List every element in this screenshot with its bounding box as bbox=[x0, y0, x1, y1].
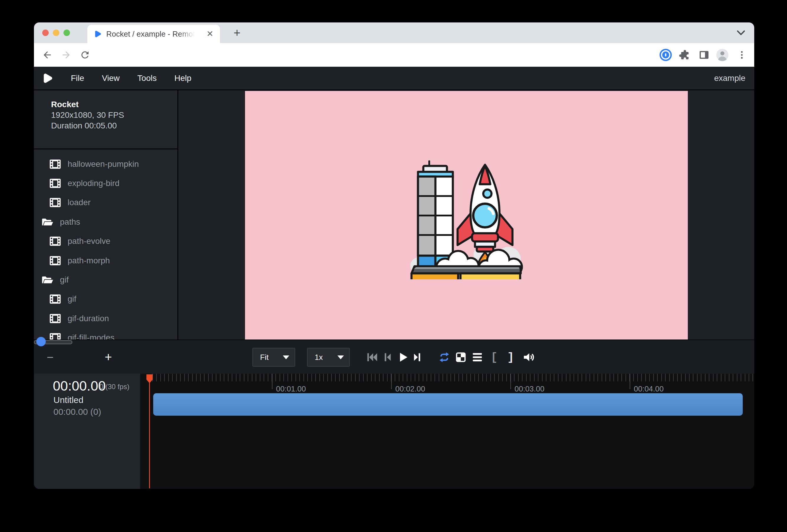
loop-button[interactable] bbox=[437, 351, 451, 364]
browser-toolbar: http://localhost:3001/Rocket bbox=[34, 43, 754, 67]
tab-title: Rocket / example - Remotion P bbox=[106, 29, 195, 39]
composition-label: gif-duration bbox=[68, 314, 109, 323]
new-tab-button[interactable]: + bbox=[231, 26, 243, 40]
track-time: 00:00.00 (0) bbox=[54, 407, 101, 417]
speed-select-value: 1x bbox=[315, 353, 323, 362]
overflow-menu-icon[interactable] bbox=[735, 48, 749, 62]
menu-item[interactable]: Help bbox=[168, 73, 198, 83]
ruler-major-tick bbox=[272, 374, 273, 389]
film-icon bbox=[49, 294, 61, 304]
size-select[interactable]: Fit bbox=[252, 348, 295, 367]
folder-open-icon bbox=[42, 217, 54, 227]
film-icon bbox=[49, 159, 61, 169]
playhead-handle[interactable] bbox=[146, 374, 153, 383]
menu-item[interactable]: File bbox=[65, 73, 90, 83]
tab-search-chevron-icon[interactable] bbox=[736, 29, 746, 37]
composition-list-item[interactable]: gif bbox=[34, 270, 177, 289]
timeline-rows-button[interactable] bbox=[471, 351, 484, 363]
timeline: 00:00.00 0 (30 fps) Untitled 00:00.00 (0… bbox=[34, 374, 754, 489]
transparency-checkerboard-button[interactable] bbox=[454, 351, 467, 363]
profile-avatar[interactable] bbox=[715, 48, 729, 62]
zoom-slider-thumb[interactable] bbox=[36, 337, 46, 346]
size-select-value: Fit bbox=[260, 353, 269, 362]
composition-label: paths bbox=[60, 217, 80, 227]
composition-list-item[interactable]: paths bbox=[34, 212, 177, 231]
current-time-display: 00:00.00 bbox=[53, 378, 106, 394]
composition-list: halloween-pumpkin bbox=[34, 154, 177, 340]
reload-icon[interactable] bbox=[79, 48, 91, 61]
track-name: Untitled bbox=[54, 395, 84, 405]
ruler-major-tick bbox=[630, 374, 630, 389]
composition-list-item[interactable]: gif bbox=[34, 290, 177, 309]
timeline-sequence-bar[interactable] bbox=[153, 393, 743, 416]
composition-list-item[interactable]: path-evolve bbox=[34, 232, 177, 251]
ruler-major-tick bbox=[391, 374, 392, 389]
playback-speed-select[interactable]: 1x bbox=[307, 348, 350, 367]
preview-panel bbox=[179, 90, 754, 340]
compositions-sidebar: Rocket 1920x1080, 30 FPS Duration 00:05.… bbox=[34, 90, 178, 340]
browser-tab[interactable]: Rocket / example - Remotion P ✕ bbox=[87, 25, 220, 43]
composition-label: exploding-bird bbox=[68, 178, 120, 188]
composition-label: path-evolve bbox=[68, 236, 110, 246]
rocket-illustration bbox=[410, 158, 524, 279]
film-icon bbox=[49, 236, 61, 246]
playhead-line[interactable] bbox=[149, 374, 150, 488]
remotion-logo-icon[interactable] bbox=[42, 73, 53, 84]
extensions-puzzle-icon[interactable] bbox=[678, 48, 692, 62]
composition-list-item[interactable]: exploding-bird bbox=[34, 174, 177, 193]
back-icon[interactable] bbox=[41, 48, 54, 61]
composition-label: loader bbox=[68, 198, 91, 207]
remotion-favicon-icon bbox=[94, 30, 102, 38]
ruler-label: 00:02.00 bbox=[395, 384, 425, 393]
composition-label: gif bbox=[60, 275, 69, 284]
composition-resolution: 1920x1080, 30 FPS bbox=[51, 110, 124, 121]
side-panel-icon[interactable] bbox=[697, 48, 711, 62]
ruler-label: 00:03.00 bbox=[514, 384, 544, 393]
composition-list-item[interactable]: halloween-pumpkin bbox=[34, 154, 177, 174]
forward-icon[interactable] bbox=[60, 48, 72, 61]
composition-label: halloween-pumpkin bbox=[68, 159, 139, 169]
zoom-out-button[interactable]: − bbox=[43, 351, 58, 364]
composition-canvas[interactable] bbox=[245, 91, 688, 340]
composition-list-item[interactable]: gif-fill-modes bbox=[34, 328, 177, 340]
chevron-down-icon bbox=[337, 356, 344, 359]
menu-item[interactable]: Tools bbox=[131, 73, 163, 83]
volume-button[interactable] bbox=[522, 351, 537, 364]
main-area: Rocket 1920x1080, 30 FPS Duration 00:05.… bbox=[34, 90, 754, 340]
ruler-label: 00:04.00 bbox=[634, 384, 664, 393]
composition-label: gif bbox=[68, 294, 77, 304]
film-icon bbox=[49, 333, 61, 340]
next-frame-button[interactable] bbox=[411, 351, 423, 363]
composition-name: Rocket bbox=[51, 99, 124, 110]
composition-duration: Duration 00:05.00 bbox=[51, 121, 124, 131]
composition-list-item[interactable]: path-morph bbox=[34, 251, 177, 270]
film-icon bbox=[49, 256, 61, 266]
composition-list-item[interactable]: gif-duration bbox=[34, 309, 177, 328]
zoom-slider[interactable] bbox=[34, 340, 72, 344]
film-icon bbox=[49, 197, 61, 208]
folder-open-icon bbox=[42, 275, 54, 285]
play-button[interactable] bbox=[397, 351, 409, 364]
app-menu-bar: File View Tools Help example bbox=[34, 67, 754, 90]
in-marker-button[interactable]: [ bbox=[488, 350, 501, 364]
zoom-in-button[interactable]: + bbox=[101, 351, 116, 364]
browser-window: Rocket / example - Remotion P ✕ + http:/… bbox=[34, 22, 754, 489]
window-zoom-button[interactable] bbox=[63, 29, 70, 36]
composition-label: path-morph bbox=[68, 256, 110, 265]
out-marker-button[interactable]: ] bbox=[505, 350, 517, 364]
composition-info: Rocket 1920x1080, 30 FPS Duration 00:05.… bbox=[51, 99, 124, 131]
window-close-button[interactable] bbox=[42, 29, 49, 36]
timeline-left-panel: 00:00.00 0 (30 fps) Untitled 00:00.00 (0… bbox=[34, 374, 140, 489]
timeline-track-area[interactable]: 00:01.00 00:02.00 00:03.00 00:04 bbox=[143, 374, 754, 489]
composition-list-item[interactable]: loader bbox=[34, 193, 177, 212]
film-icon bbox=[49, 314, 61, 324]
password-manager-icon[interactable] bbox=[659, 48, 673, 62]
current-frame-display: 0 (30 fps) bbox=[100, 383, 129, 391]
previous-frame-button[interactable] bbox=[382, 351, 394, 363]
skip-to-start-button[interactable] bbox=[365, 351, 379, 363]
tab-strip: Rocket / example - Remotion P ✕ + bbox=[34, 22, 754, 43]
menu-item[interactable]: View bbox=[95, 73, 126, 83]
ruler-label: 00:01.00 bbox=[276, 384, 306, 393]
window-minimize-button[interactable] bbox=[53, 29, 59, 36]
tab-close-icon[interactable]: ✕ bbox=[207, 30, 213, 38]
